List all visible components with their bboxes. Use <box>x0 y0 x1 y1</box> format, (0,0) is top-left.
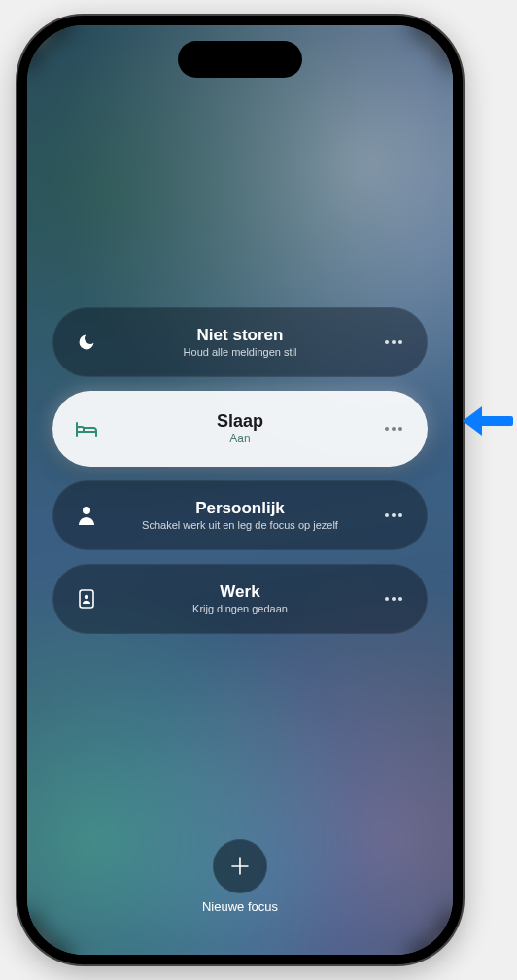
more-icon[interactable] <box>381 512 406 518</box>
focus-item-do-not-disturb[interactable]: Niet storen Houd alle meldingen stil <box>52 307 428 377</box>
svg-point-1 <box>392 340 396 344</box>
bed-icon <box>74 420 99 438</box>
focus-item-subtitle: Houd alle meldingen stil <box>184 346 297 359</box>
focus-item-work[interactable]: Werk Krijg dingen gedaan <box>52 564 428 634</box>
svg-point-4 <box>392 427 396 431</box>
focus-item-sleep[interactable]: Slaap Aan <box>52 391 428 467</box>
focus-item-subtitle: Schakel werk uit en leg de focus op jeze… <box>142 519 338 532</box>
more-icon[interactable] <box>381 426 406 432</box>
focus-item-title: Niet storen <box>197 326 284 345</box>
focus-item-title: Slaap <box>217 411 263 432</box>
focus-item-text: Slaap Aan <box>99 411 381 445</box>
new-focus-label: Nieuwe focus <box>202 899 278 914</box>
focus-item-title: Werk <box>220 582 259 602</box>
dynamic-island <box>178 41 302 78</box>
badge-icon <box>74 589 99 609</box>
svg-point-2 <box>398 340 402 344</box>
svg-rect-15 <box>478 416 513 426</box>
svg-point-3 <box>385 427 389 431</box>
plus-icon <box>213 839 267 893</box>
focus-item-subtitle: Aan <box>229 433 250 446</box>
more-icon[interactable] <box>381 596 406 602</box>
focus-item-text: Werk Krijg dingen gedaan <box>99 582 381 614</box>
focus-item-text: Niet storen Houd alle meldingen stil <box>99 326 381 358</box>
new-focus-button[interactable]: Nieuwe focus <box>202 839 278 914</box>
svg-point-11 <box>85 595 88 599</box>
focus-item-personal[interactable]: Persoonlijk Schakel werk uit en leg de f… <box>52 480 428 550</box>
svg-point-5 <box>398 427 402 431</box>
moon-icon <box>74 332 99 352</box>
svg-point-0 <box>385 340 389 344</box>
svg-point-7 <box>385 513 389 517</box>
focus-item-subtitle: Krijg dingen gedaan <box>192 603 288 615</box>
svg-point-9 <box>398 513 402 517</box>
svg-point-12 <box>385 597 389 601</box>
svg-point-14 <box>398 597 402 601</box>
phone-screen: Niet storen Houd alle meldingen stil <box>27 25 453 955</box>
svg-point-13 <box>392 597 396 601</box>
phone-frame: Niet storen Houd alle meldingen stil <box>17 16 463 964</box>
focus-item-text: Persoonlijk Schakel werk uit en leg de f… <box>99 499 381 531</box>
annotation-arrow <box>463 404 513 438</box>
more-icon[interactable] <box>381 339 406 345</box>
focus-item-title: Persoonlijk <box>195 499 285 518</box>
svg-point-8 <box>392 513 396 517</box>
svg-point-6 <box>83 507 90 514</box>
focus-list: Niet storen Houd alle meldingen stil <box>27 307 453 634</box>
person-icon <box>74 506 99 525</box>
